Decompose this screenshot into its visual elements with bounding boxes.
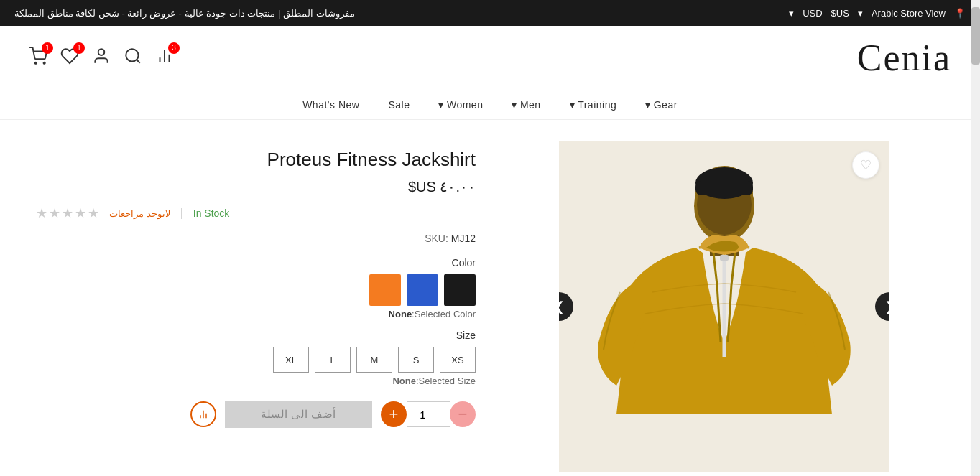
star-1: ★ xyxy=(88,205,99,221)
chevron-down-icon-training: ▾ xyxy=(570,99,575,111)
location-icon: 📍 xyxy=(954,8,966,19)
sku-row: SKU: MJ12 xyxy=(36,233,476,244)
chevron-left-icon: ❮ xyxy=(559,299,565,314)
banner-text: مفروشات المطلق | منتجات ذات جودة عالية -… xyxy=(14,8,355,19)
search-icon-wrapper[interactable] xyxy=(124,47,142,70)
color-swatch-black[interactable] xyxy=(444,274,476,306)
quantity-control: + − xyxy=(381,401,476,427)
nav-item-whats-new[interactable]: What's New xyxy=(302,99,359,111)
cart-icon-wrapper[interactable]: 1 xyxy=(29,47,47,70)
cart-badge: 1 xyxy=(42,42,53,54)
size-buttons: XL L M S XS xyxy=(36,347,476,373)
size-section: Size XL L M S XS None:Selected Size xyxy=(36,330,476,386)
star-3: ★ xyxy=(62,205,73,221)
color-section: Color None:Selected Color xyxy=(36,257,476,319)
heart-icon-product: ♡ xyxy=(860,157,872,173)
size-btn-xs[interactable]: XS xyxy=(440,347,476,373)
wishlist-button[interactable]: ♡ xyxy=(852,151,879,179)
chevron-down-icon-2: ▾ xyxy=(858,8,863,19)
product-image-area: ♡ ❮ ❯ xyxy=(504,141,944,472)
compare-icon-small xyxy=(198,409,209,420)
color-swatch-blue[interactable] xyxy=(407,274,438,306)
store-view-label[interactable]: Arabic Store View xyxy=(872,8,946,19)
main-nav: What's New Sale ▾ Women ▾ Men ▾ Training… xyxy=(0,90,980,120)
size-label: Size xyxy=(36,330,476,341)
star-4: ★ xyxy=(49,205,60,221)
nav-item-gear[interactable]: ▾ Gear xyxy=(645,99,678,111)
svg-point-0 xyxy=(35,62,37,63)
top-banner: مفروشات المطلق | منتجات ذات جودة عالية -… xyxy=(0,0,980,26)
size-btn-m[interactable]: M xyxy=(356,347,392,373)
color-label: Color xyxy=(36,257,476,269)
logo[interactable]: Cenia xyxy=(857,37,951,79)
quantity-input[interactable] xyxy=(407,401,450,427)
selected-color-text: None:Selected Color xyxy=(36,309,476,319)
banner-message: مفروشات المطلق | منتجات ذات جودة عالية -… xyxy=(14,8,355,19)
star-rating: ★ ★ ★ ★ ★ xyxy=(36,205,99,221)
product-meta: In Stock | لاتوجد مراجعات ★ ★ ★ ★ ★ xyxy=(36,205,476,221)
chevron-down-icon-men: ▾ xyxy=(512,99,517,111)
product-details: Proteus Fitness Jackshirt $US ٤٠.٠٠ In S… xyxy=(36,141,476,472)
nav-item-men[interactable]: ▾ Men xyxy=(512,99,540,111)
reviews-link[interactable]: لاتوجد مراجعات xyxy=(109,208,170,219)
svg-rect-18 xyxy=(720,255,729,261)
color-swatches xyxy=(36,274,476,306)
stock-status: In Stock xyxy=(193,207,230,219)
svg-point-1 xyxy=(44,62,45,63)
qty-plus-button[interactable]: + xyxy=(381,401,407,427)
chevron-down-icon: ▾ xyxy=(789,8,794,19)
chevron-right-icon: ❯ xyxy=(884,299,890,314)
header-icons: 1 1 3 xyxy=(29,47,174,70)
svg-point-2 xyxy=(98,49,105,55)
chevron-down-icon-women: ▾ xyxy=(438,99,444,111)
search-icon xyxy=(124,47,142,65)
size-btn-xl[interactable]: XL xyxy=(273,347,309,373)
compare-badge: 3 xyxy=(168,42,180,54)
chevron-down-icon-gear: ▾ xyxy=(645,99,651,111)
nav-item-training[interactable]: ▾ Training xyxy=(570,99,617,111)
wishlist-icon-wrapper[interactable]: 1 xyxy=(60,47,79,70)
svg-rect-15 xyxy=(695,181,753,195)
product-image xyxy=(559,141,889,472)
nav-item-sale[interactable]: Sale xyxy=(388,99,410,111)
header: 1 1 3 Cenia xyxy=(0,26,980,90)
add-to-cart-button[interactable]: أضف الى السلة xyxy=(225,401,372,428)
wishlist-badge: 1 xyxy=(73,42,85,54)
compare-icon-wrapper[interactable]: 3 xyxy=(155,47,174,70)
nav-item-women[interactable]: ▾ Women xyxy=(438,99,483,111)
size-btn-l[interactable]: L xyxy=(315,347,351,373)
currency-code[interactable]: $US xyxy=(831,8,849,19)
sku-label: SKU: xyxy=(425,233,448,244)
star-2: ★ xyxy=(75,205,86,221)
product-image-container: ♡ ❮ ❯ xyxy=(559,141,889,472)
product-price: $US ٤٠.٠٠ xyxy=(36,178,476,195)
size-btn-s[interactable]: S xyxy=(398,347,434,373)
product-title: Proteus Fitness Jackshirt xyxy=(36,149,476,171)
product-page: Proteus Fitness Jackshirt $US ٤٠.٠٠ In S… xyxy=(0,120,980,476)
sku-value: MJ12 xyxy=(451,233,476,244)
star-5: ★ xyxy=(36,205,47,221)
scrollbar-thumb[interactable] xyxy=(971,7,980,65)
currency-label: USD xyxy=(803,8,822,19)
svg-point-3 xyxy=(126,49,138,61)
color-swatch-orange[interactable] xyxy=(369,274,401,306)
account-icon-wrapper[interactable] xyxy=(92,47,111,70)
banner-right: ▾ USD $US ▾ Arabic Store View 📍 xyxy=(789,8,966,19)
user-icon xyxy=(92,47,111,65)
cart-row: أضف الى السلة + − xyxy=(36,401,476,428)
compare-button[interactable] xyxy=(190,401,216,427)
scrollbar[interactable] xyxy=(971,0,980,476)
selected-size-text: None:Selected Size xyxy=(36,375,476,386)
qty-minus-button[interactable]: − xyxy=(450,401,476,427)
